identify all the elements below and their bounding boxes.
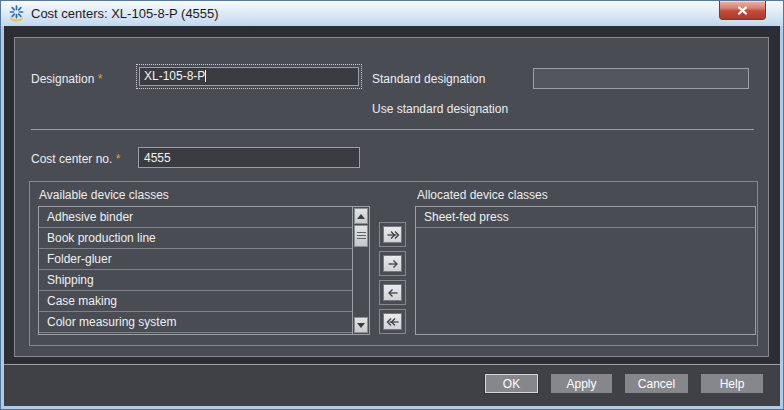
move-all-right-frame [379, 222, 406, 247]
ok-button[interactable]: OK [485, 374, 538, 393]
move-right-button[interactable] [383, 255, 402, 272]
apply-button[interactable]: Apply [551, 374, 612, 393]
move-all-left-frame [379, 309, 406, 334]
allocated-device-classes-label: Allocated device classes [417, 188, 548, 202]
scroll-down-button[interactable] [354, 317, 368, 333]
required-asterisk: * [116, 152, 121, 166]
allocated-device-classes-list[interactable]: Sheet-fed press [415, 206, 756, 335]
list-item[interactable]: Folder-gluer [39, 249, 352, 270]
triangle-down-icon [357, 323, 365, 328]
move-all-left-button[interactable] [383, 313, 402, 330]
text-caret [205, 70, 206, 82]
section-divider [31, 129, 754, 130]
form-panel: Designation * XL-105-8-P Standard design… [14, 37, 769, 357]
footer-button-bar: OK Apply Cancel Help [4, 365, 780, 406]
list-item[interactable]: Color measuring system [39, 312, 352, 333]
standard-designation-label: Standard designation [372, 72, 485, 86]
dialog-window: Cost centers: XL-105-8-P (4555) Designat… [0, 0, 784, 410]
list-item[interactable]: Sheet-fed press [416, 207, 755, 228]
scroll-up-button[interactable] [354, 208, 368, 224]
move-left-button[interactable] [383, 284, 402, 301]
required-asterisk: * [98, 72, 103, 86]
cancel-button[interactable]: Cancel [625, 374, 688, 393]
designation-value: XL-105-8-P [144, 69, 205, 83]
available-device-classes-label: Available device classes [39, 188, 169, 202]
list-item[interactable]: Shipping [39, 270, 352, 291]
double-right-arrow-icon [386, 230, 400, 240]
double-left-arrow-icon [386, 317, 400, 327]
move-right-frame [379, 251, 406, 276]
app-logo-icon [8, 5, 25, 22]
designation-input[interactable]: XL-105-8-P [139, 67, 359, 86]
designation-label: Designation * [31, 72, 102, 86]
close-button[interactable] [719, 1, 766, 20]
list-item[interactable]: Case making [39, 291, 352, 312]
use-standard-designation-label[interactable]: Use standard designation [372, 102, 508, 116]
dialog-content: Designation * XL-105-8-P Standard design… [4, 26, 780, 406]
left-arrow-icon [386, 288, 400, 298]
window-title: Cost centers: XL-105-8-P (4555) [31, 6, 219, 21]
thumb-grip-icon [357, 232, 366, 240]
available-device-classes-list[interactable]: Adhesive binder Book production line Fol… [38, 206, 370, 335]
cost-center-no-input[interactable] [138, 147, 360, 168]
help-button[interactable]: Help [701, 374, 763, 393]
designation-field-focus-ring: XL-105-8-P [136, 64, 362, 89]
move-all-right-button[interactable] [383, 226, 402, 243]
move-left-frame [379, 280, 406, 305]
title-bar[interactable]: Cost centers: XL-105-8-P (4555) [1, 1, 783, 26]
vertical-scrollbar[interactable] [352, 207, 369, 334]
cost-center-no-label: Cost center no. * [31, 152, 120, 166]
device-classes-groupbox: Available device classes Allocated devic… [29, 181, 758, 346]
designation-label-text: Designation [31, 72, 94, 86]
triangle-up-icon [357, 214, 365, 219]
cost-center-no-label-text: Cost center no. [31, 152, 112, 166]
standard-designation-input[interactable] [533, 68, 749, 89]
right-arrow-icon [386, 259, 400, 269]
list-item[interactable]: Adhesive binder [39, 207, 352, 228]
close-icon [737, 6, 748, 15]
scrollbar-thumb[interactable] [354, 225, 368, 247]
list-item[interactable]: Book production line [39, 228, 352, 249]
